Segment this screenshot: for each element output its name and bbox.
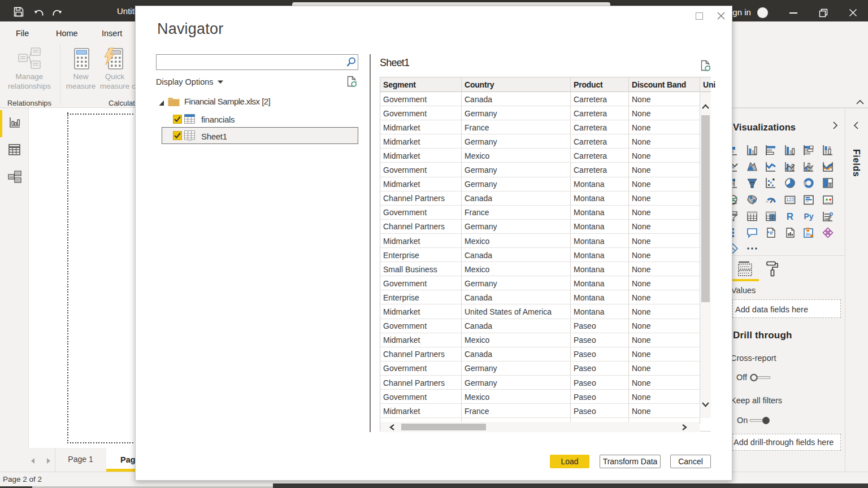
svg-text:R: R [786,211,793,222]
svg-text:Py: Py [804,212,813,221]
svg-text:123: 123 [785,197,793,202]
